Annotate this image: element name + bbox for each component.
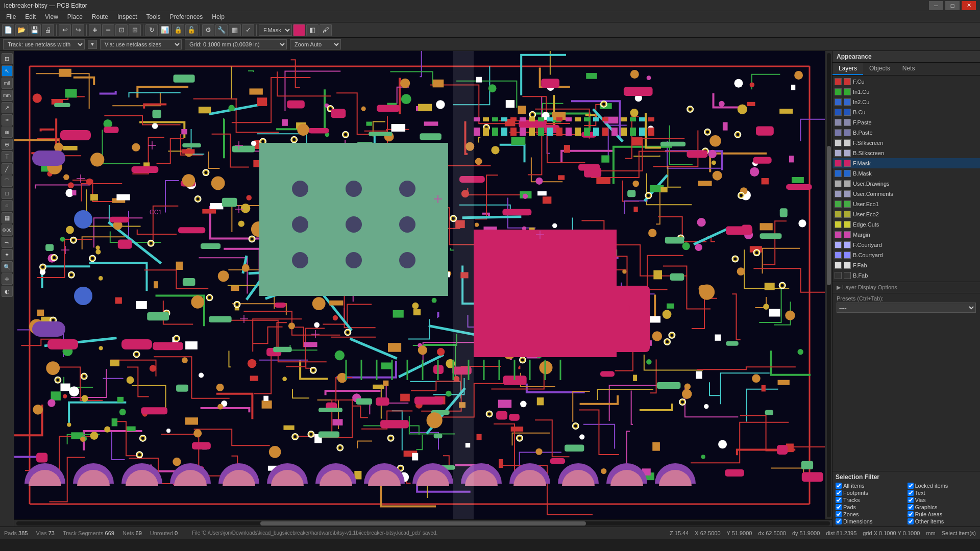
open-button[interactable]: 📂 <box>15 24 28 36</box>
layer-row-margin[interactable]: Margin <box>832 230 980 240</box>
sel-filter-checkbox-text[interactable] <box>908 490 914 496</box>
close-button[interactable]: ✕ <box>962 1 976 10</box>
sel-filter-checkbox-tracks[interactable] <box>836 497 842 503</box>
add-line-button[interactable]: ╱ <box>2 163 13 174</box>
layer-row-b-mask[interactable]: B.Mask <box>832 168 980 179</box>
sel-filter-checkbox-locked-items[interactable] <box>908 483 914 489</box>
layer-row-b-fab[interactable]: B.Fab <box>832 270 980 281</box>
copper-fill-button[interactable]: ▦ <box>229 24 241 36</box>
layer-vis-b-paste[interactable] <box>835 129 842 136</box>
layer-row-b-paste[interactable]: B.Paste <box>832 128 980 138</box>
layer-row-user-eco2[interactable]: User.Eco2 <box>832 209 980 219</box>
via-size-select[interactable]: Via: use netclass sizes <box>100 39 182 49</box>
track-width-select[interactable]: Track: use netclass width <box>3 39 85 49</box>
lock-button[interactable]: 🔒 <box>172 24 184 36</box>
zoom-out-button[interactable]: − <box>102 24 114 36</box>
layer-vis-edge-cuts[interactable] <box>835 221 842 228</box>
pcb-setup-button[interactable]: 🖋 <box>320 24 332 36</box>
layer-row-b-courtyard[interactable]: B.Courtyard <box>832 250 980 260</box>
layer-row-b-cu[interactable]: B.Cu <box>832 107 980 117</box>
refresh-button[interactable]: ↻ <box>145 24 158 36</box>
menu-item-file[interactable]: File <box>2 12 20 21</box>
sel-filter-checkbox-zones[interactable] <box>836 511 842 517</box>
layer-vis-user-drawings[interactable] <box>835 180 842 187</box>
layer-vis-f-courtyard[interactable] <box>835 241 842 248</box>
menu-item-view[interactable]: View <box>41 12 62 21</box>
new-button[interactable]: 📄 <box>2 24 14 36</box>
layer-vis-b-courtyard[interactable] <box>835 252 842 259</box>
add-text-button[interactable]: T <box>2 151 13 162</box>
layer-vis-user-eco2[interactable] <box>835 211 842 218</box>
vertical-scrollbar[interactable] <box>825 51 832 519</box>
drc-button[interactable]: ✓ <box>242 24 254 36</box>
layer-vis-f-cu[interactable] <box>835 78 842 85</box>
save-button[interactable]: 💾 <box>29 24 41 36</box>
layer-row-f-mask[interactable]: F.Mask <box>832 158 980 168</box>
layer-vis-in2-cu[interactable] <box>835 98 842 106</box>
layer-selector[interactable]: F.Mask F.Cu B.Cu <box>259 24 292 36</box>
layer-row-f-fab[interactable]: F.Fab <box>832 260 980 270</box>
layer-vis-f-silkscreen[interactable] <box>835 139 842 146</box>
layer-vis-f-fab[interactable] <box>835 262 842 269</box>
tab-layers[interactable]: Layers <box>832 63 863 75</box>
add-zone-button[interactable]: ▦ <box>2 212 13 223</box>
menu-item-edit[interactable]: Edit <box>21 12 40 21</box>
vscroll-thumb[interactable] <box>827 146 831 285</box>
grid-select[interactable]: Grid: 0.1000 mm (0.0039 in) <box>185 39 287 49</box>
zoom-select[interactable]: Zoom Auto <box>290 39 341 49</box>
layer-vis-f-mask[interactable] <box>835 160 842 167</box>
add-via-button[interactable]: ⊕ <box>2 139 13 150</box>
layer-toggle-button[interactable]: ◧ <box>306 24 318 36</box>
layer-row-user-drawings[interactable]: User.Drawings <box>832 179 980 189</box>
maximize-button[interactable]: □ <box>945 1 960 10</box>
menu-item-help[interactable]: Help <box>208 12 229 21</box>
mm-tool-button[interactable]: mm <box>2 90 13 101</box>
pcb-canvas[interactable] <box>14 51 825 519</box>
sel-filter-checkbox-dimensions[interactable] <box>836 518 842 524</box>
redo-button[interactable]: ↪ <box>72 24 84 36</box>
layer-color-button[interactable] <box>293 24 305 36</box>
menu-item-place[interactable]: Place <box>63 12 87 21</box>
layer-vis-user-eco1[interactable] <box>835 201 842 208</box>
sel-filter-checkbox-vias[interactable] <box>908 497 914 503</box>
zoom-select-button[interactable]: ⊞ <box>129 24 141 36</box>
magnetic-button[interactable]: ✛ <box>2 273 13 285</box>
add-arc-button[interactable]: ⌒ <box>2 176 13 187</box>
sel-filter-checkbox-other-items[interactable] <box>908 518 914 524</box>
sel-filter-checkbox-graphics[interactable] <box>908 504 914 510</box>
minimize-button[interactable]: ─ <box>929 1 943 10</box>
layer-vis-b-fab[interactable] <box>835 272 842 279</box>
unlock-button[interactable]: 🔓 <box>185 24 198 36</box>
pcb-view[interactable] <box>14 51 832 519</box>
inspect-tool-button[interactable]: mil <box>2 78 13 89</box>
menu-item-inspect[interactable]: Inspect <box>113 12 141 21</box>
layer-row-in1-cu[interactable]: In1.Cu <box>832 87 980 97</box>
layer-row-b-silkscreen[interactable]: B.Silkscreen <box>832 148 980 158</box>
layer-vis-f-paste[interactable] <box>835 119 842 126</box>
undo-button[interactable]: ↩ <box>59 24 71 36</box>
zoom-fit-button[interactable]: ⊡ <box>115 24 128 36</box>
layer-vis-margin[interactable] <box>835 231 842 238</box>
route-diff-button[interactable]: ≈ <box>2 114 13 126</box>
measure-button[interactable]: ⊸ <box>2 237 13 248</box>
sel-filter-checkbox-pads[interactable] <box>836 504 842 510</box>
sel-filter-checkbox-footprints[interactable] <box>836 490 842 496</box>
tune-button[interactable]: ≋ <box>2 127 13 138</box>
layer-vis-b-cu[interactable] <box>835 109 842 116</box>
layer-row-f-paste[interactable]: F.Paste <box>832 117 980 128</box>
netlist-button[interactable]: ⚙ <box>202 24 214 36</box>
horizontal-scrollbar[interactable] <box>14 519 832 527</box>
sel-filter-checkbox-rule-areas[interactable] <box>908 511 914 517</box>
layer-row-edge-cuts[interactable]: Edge.Cuts <box>832 219 980 230</box>
presets-select[interactable]: ---- <box>837 303 976 313</box>
local-ratsnest-button[interactable]: ✦ <box>2 249 13 260</box>
layer-row-in2-cu[interactable]: In2.Cu <box>832 97 980 107</box>
plot-button[interactable]: 📊 <box>159 24 171 36</box>
layer-row-user-comments[interactable]: User.Comments <box>832 189 980 199</box>
layer-row-f-silkscreen[interactable]: F.Silkscreen <box>832 138 980 148</box>
grid-tool-button[interactable]: ⊞ <box>2 53 13 64</box>
tab-objects[interactable]: Objects <box>863 63 896 75</box>
search-button[interactable]: 🔍 <box>2 261 13 272</box>
layer-row-user-eco1[interactable]: User.Eco1 <box>832 199 980 209</box>
track-settings-button[interactable]: ▼ <box>88 40 97 49</box>
